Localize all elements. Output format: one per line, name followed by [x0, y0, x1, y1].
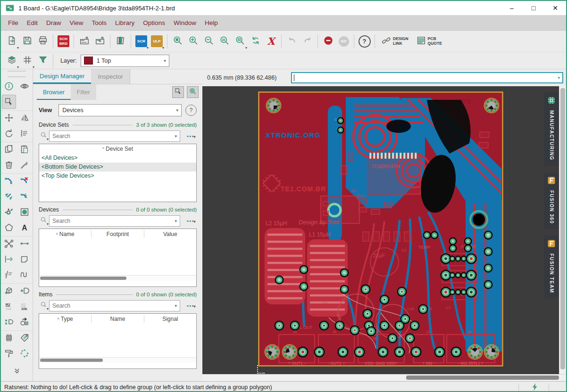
- change-icon[interactable]: [17, 158, 32, 172]
- devices-search-input[interactable]: [50, 217, 175, 225]
- help-button[interactable]: ?: [357, 33, 372, 50]
- replace-icon[interactable]: [17, 315, 32, 329]
- redo-button[interactable]: [300, 33, 315, 50]
- ic-icon[interactable]: [2, 331, 16, 345]
- filter-button[interactable]: [35, 52, 50, 69]
- cam-output-button[interactable]: [92, 33, 108, 50]
- items-search-input[interactable]: [50, 302, 175, 310]
- menu-help[interactable]: Help: [200, 19, 222, 26]
- wire-icon[interactable]: [17, 237, 32, 251]
- items-col-signal[interactable]: Signal: [144, 315, 196, 323]
- ratsnest-icon[interactable]: [2, 237, 16, 251]
- undo-button[interactable]: [284, 33, 300, 50]
- add-gates-icon[interactable]: [2, 315, 16, 329]
- layer-select[interactable]: 1 Top ▾: [81, 55, 169, 67]
- tab-design-manager[interactable]: Design Manager: [33, 69, 91, 84]
- value-tool-icon[interactable]: R210k: [17, 299, 32, 313]
- zoom-in-button[interactable]: [185, 33, 201, 50]
- show-icon[interactable]: [17, 79, 32, 93]
- display-layers-button[interactable]: ▾: [4, 52, 19, 69]
- items-menu-button[interactable]: •••▾: [184, 303, 197, 309]
- cam-processor-button[interactable]: [76, 33, 92, 50]
- canvas-horizontal-scrollbar[interactable]: [202, 374, 566, 381]
- open-new-button[interactable]: ▾: [4, 33, 19, 50]
- devices-col-value[interactable]: Value: [144, 230, 196, 238]
- align-icon[interactable]: [2, 268, 16, 282]
- device-sets-search-input[interactable]: [50, 132, 175, 140]
- polygon-icon[interactable]: [2, 220, 16, 235]
- mirror-icon[interactable]: [17, 111, 32, 125]
- meander-icon[interactable]: [17, 268, 32, 282]
- group-select-icon[interactable]: [2, 95, 16, 109]
- name-tool-icon[interactable]: R210k: [2, 299, 16, 313]
- menu-options[interactable]: Options: [139, 19, 169, 26]
- devices-col-footprint[interactable]: Footprint: [92, 230, 144, 238]
- items-search-mode-button[interactable]: ▾: [39, 301, 49, 311]
- dimension-icon[interactable]: [2, 252, 16, 266]
- tab-manufacturing[interactable]: MANUFACTURING: [544, 92, 559, 166]
- maximize-button[interactable]: □: [523, 1, 544, 15]
- via-icon[interactable]: [2, 205, 16, 219]
- devices-menu-button[interactable]: •••▾: [184, 218, 197, 224]
- zoom-out-button[interactable]: [201, 33, 217, 50]
- command-input[interactable]: ▾: [291, 72, 563, 83]
- devices-hscrollbar[interactable]: [39, 275, 196, 281]
- menu-edit[interactable]: Edit: [23, 19, 42, 26]
- ripup-icon[interactable]: [17, 174, 32, 188]
- copy-icon[interactable]: [2, 142, 16, 156]
- devices-col-name[interactable]: ^Name: [39, 230, 92, 238]
- go-button[interactable]: GO: [336, 33, 351, 50]
- tab-fusion-team[interactable]: FUSION TEAM: [544, 236, 559, 298]
- name-icon[interactable]: [17, 126, 32, 140]
- library-button[interactable]: [113, 33, 128, 50]
- menu-file[interactable]: File: [4, 19, 23, 26]
- select-mode-button[interactable]: [172, 86, 184, 98]
- tab-filter[interactable]: Filter: [71, 84, 96, 100]
- items-col-name[interactable]: Name: [92, 315, 144, 323]
- info-icon[interactable]: [2, 79, 16, 93]
- list-item-top-side-devices[interactable]: <Top Side Devices>: [39, 172, 196, 180]
- paint-icon[interactable]: [2, 346, 16, 360]
- close-button[interactable]: ✕: [544, 1, 566, 15]
- run-script-button[interactable]: SCR▾: [133, 33, 149, 50]
- polygon-slice-icon[interactable]: [17, 252, 32, 266]
- view-help-button[interactable]: ?: [185, 105, 197, 116]
- paste-icon[interactable]: [17, 142, 32, 156]
- tab-fusion-360[interactable]: FUSION 360: [544, 172, 559, 229]
- more-tools-button[interactable]: [1, 366, 33, 378]
- view-select[interactable]: Devices ▾: [58, 104, 182, 116]
- devices-search-mode-button[interactable]: ▾: [39, 216, 49, 226]
- list-item-bottom-side-devices[interactable]: <Bottom Side Devices>: [39, 163, 196, 172]
- toolbar-grip[interactable]: [8, 71, 26, 77]
- rotate-icon[interactable]: [2, 126, 16, 140]
- pcb-quote-button[interactable]: PCBQUOTE: [416, 35, 442, 48]
- schematic-board-toggle-button[interactable]: SCHBRD: [56, 33, 71, 50]
- list-item-all-devices[interactable]: <All Devices>: [39, 154, 196, 163]
- route-icon[interactable]: [2, 174, 16, 188]
- items-col-type[interactable]: ^Type: [39, 315, 92, 323]
- device-set-column-header[interactable]: ^Device Set: [39, 144, 196, 154]
- zoom-redraw-button[interactable]: ▾: [232, 33, 248, 50]
- text-icon[interactable]: A: [17, 220, 32, 235]
- device-sets-search-mode-button[interactable]: ▾: [39, 131, 49, 141]
- menu-library[interactable]: Library: [111, 19, 139, 26]
- items-hscrollbar[interactable]: [39, 357, 196, 363]
- menu-window[interactable]: Window: [169, 19, 200, 26]
- zoom-to-selection-button[interactable]: [187, 86, 199, 98]
- split-icon[interactable]: [2, 189, 16, 204]
- attribute-icon[interactable]: [17, 331, 32, 345]
- optimize-icon[interactable]: [17, 189, 32, 204]
- save-button[interactable]: [19, 33, 35, 50]
- canvas-vertical-scrollbar[interactable]: [559, 86, 566, 374]
- delete-icon[interactable]: [2, 158, 16, 172]
- move-icon[interactable]: [2, 111, 16, 125]
- board-canvas[interactable]: XTRONIC.ORG: [202, 86, 559, 374]
- tab-inspector[interactable]: Inspector: [91, 69, 130, 84]
- print-button[interactable]: [35, 33, 50, 50]
- pad-array-icon[interactable]: [17, 346, 32, 360]
- design-link-button[interactable]: DESIGNLINK: [381, 35, 409, 48]
- minimize-button[interactable]: –: [501, 1, 523, 15]
- menu-view[interactable]: View: [66, 19, 88, 26]
- command-texts-button[interactable]: Χ: [263, 33, 279, 50]
- grid-button[interactable]: ▾: [19, 52, 35, 69]
